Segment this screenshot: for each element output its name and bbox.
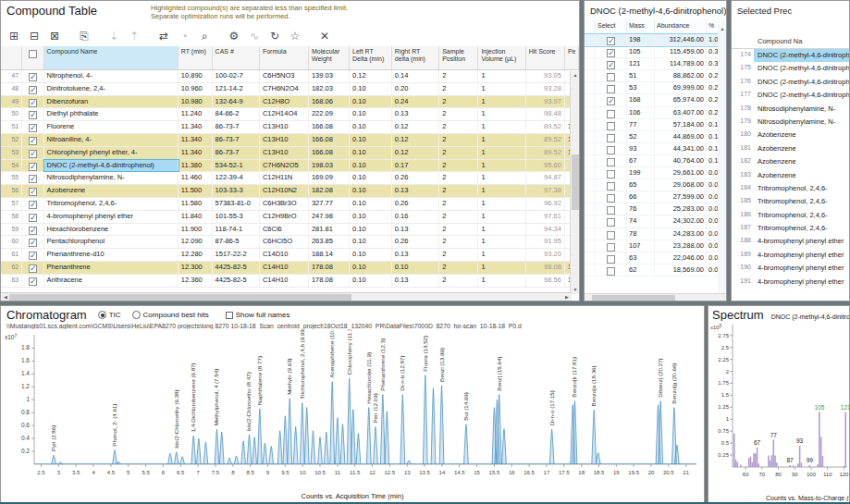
table-row[interactable]: 60Pentachlorophenol12.09087-86-5C6HCl5O2… (1, 236, 579, 249)
mass-row[interactable]: 6740,764.000.13 (585, 155, 726, 167)
close-icon[interactable]: ✕ (315, 28, 334, 44)
row-checkbox[interactable] (29, 264, 37, 273)
row-checkbox[interactable] (29, 175, 37, 183)
row-checkbox[interactable] (29, 124, 37, 132)
table-row[interactable]: 61Phenanthrene-d1012.2801517-22-2C14D101… (1, 249, 579, 262)
column-header[interactable]: Pe (565, 46, 579, 69)
row-checkbox[interactable] (29, 252, 37, 260)
mass-checkbox-cell[interactable] (596, 203, 627, 215)
mass-checkbox[interactable] (607, 194, 615, 203)
row-checkbox-cell[interactable] (22, 70, 43, 82)
column-header[interactable]: CAS # (213, 46, 260, 69)
row-checkbox-cell[interactable] (22, 121, 43, 133)
row-checkbox-cell[interactable] (22, 249, 43, 261)
table-row[interactable]: 49Dibenzofuran10.980132-64-9C12H8O168.06… (1, 96, 579, 109)
row-checkbox[interactable] (29, 99, 37, 107)
mass-row[interactable]: 6529,068.000.09 (585, 179, 726, 191)
scroll-right-icon[interactable]: ▶ (562, 293, 572, 301)
precursor-row[interactable]: 1884-bromophenyl phenyl ether (732, 235, 849, 248)
table-row[interactable]: 55Nitrosodiphenylamine, N-11.460122-39-4… (1, 172, 579, 185)
table-row[interactable]: 51Fluorene11.34086-73-7C13H10166.080.100… (1, 121, 579, 134)
mass-row[interactable]: 6627,599.000.09 (585, 191, 726, 203)
mass-row[interactable]: 19929,661.000.09 (585, 167, 726, 179)
dnoc-column-header[interactable] (585, 19, 596, 33)
row-checkbox[interactable] (29, 163, 37, 171)
mass-checkbox-cell[interactable] (596, 228, 627, 240)
mass-checkbox[interactable] (607, 97, 615, 105)
mass-checkbox-cell[interactable] (596, 191, 627, 203)
row-checkbox[interactable] (29, 239, 37, 247)
delete-row-icon[interactable]: ⊠ (45, 28, 64, 44)
precursor-row[interactable]: 186Tribromophenol, 2,4,6- (732, 209, 849, 222)
column-header[interactable]: Injection Volume (µL) (478, 46, 525, 69)
column-header[interactable]: Compound Name (44, 46, 179, 69)
show-full-names-label[interactable]: Show full names (236, 311, 290, 319)
row-checkbox-cell[interactable] (22, 134, 43, 146)
table-row[interactable]: 56Azobenzene11.500103-33-3C12H10N2182.08… (1, 185, 579, 198)
mass-checkbox-cell[interactable] (596, 264, 627, 276)
mass-checkbox[interactable] (607, 170, 615, 178)
mass-checkbox[interactable] (607, 218, 615, 227)
column-header[interactable]: Formula (260, 46, 309, 69)
mass-checkbox-cell[interactable] (596, 240, 627, 252)
column-header[interactable]: RT (min) (179, 46, 213, 69)
row-checkbox[interactable] (29, 86, 37, 94)
row-checkbox[interactable] (29, 214, 37, 222)
row-checkbox-cell[interactable] (22, 236, 43, 248)
find-compound-icon[interactable]: ⌕ (195, 28, 214, 44)
dnoc-column-header[interactable]: Select (596, 19, 627, 33)
precursor-row[interactable]: 180Azobenzene (732, 129, 849, 141)
tic-radio[interactable] (98, 311, 106, 319)
tic-radio-label[interactable]: TIC (109, 311, 121, 319)
mass-checkbox[interactable] (607, 61, 615, 69)
precursor-row[interactable]: 174DNOC (2-methyl-4,6-dinitrophenol) (732, 49, 849, 62)
mass-checkbox[interactable] (607, 243, 615, 252)
mass-checkbox[interactable] (607, 146, 615, 154)
mass-checkbox-cell[interactable] (596, 82, 627, 93)
mass-row[interactable]: 5244,869.000.14 (585, 131, 726, 143)
dnoc-vertical-scrollbar[interactable]: ▲ (718, 25, 726, 293)
table-row[interactable]: 50Diethyl phthalate11.24084-66-2C12H14O4… (1, 108, 579, 121)
precursor-row[interactable]: 179Nitrosodiphenylamine, N- (732, 116, 849, 129)
row-checkbox[interactable] (29, 277, 37, 286)
row-checkbox[interactable] (29, 227, 37, 235)
scrollbar-thumb[interactable] (592, 295, 675, 301)
row-checkbox-cell[interactable] (22, 83, 43, 95)
compound-table-horizontal-scrollbar[interactable]: ◀ ▶ (1, 292, 572, 301)
mass-checkbox[interactable] (607, 49, 615, 57)
refresh-icon[interactable]: ↻ (265, 28, 284, 44)
favorite-star-icon[interactable]: ☆ (286, 28, 304, 44)
table-row[interactable]: 62Phenanthrene12.3004425-82-5C14H10178.0… (1, 262, 579, 275)
row-checkbox-cell[interactable] (22, 262, 43, 274)
row-checkbox-cell[interactable] (22, 172, 43, 184)
precursor-row[interactable]: 181Azobenzene (732, 142, 849, 155)
precursor-row[interactable]: 178Nitrosodiphenylamine, N- (732, 103, 849, 116)
compound-best-hits-radio[interactable] (132, 311, 141, 319)
settings-gear-icon[interactable]: ⚙ (225, 28, 243, 44)
table-row[interactable]: 584-bromophenyl phenyl ether11.840101-55… (1, 211, 579, 224)
mass-row[interactable]: 10663,407.000.20 (585, 107, 726, 119)
table-row[interactable]: 53Chlorophenyl phenyl ether, 4-11.34086-… (1, 147, 579, 160)
column-header[interactable] (1, 46, 22, 69)
compound-best-hits-label[interactable]: Compound best hits (143, 311, 209, 319)
add-row-icon[interactable]: ⊟ (25, 28, 43, 44)
mass-checkbox-cell[interactable] (596, 167, 627, 178)
mass-checkbox-cell[interactable] (596, 46, 627, 57)
spectrum-plot[interactable]: x1050.250.50.7511.251.51.7522.252.52.756… (708, 321, 849, 491)
mass-checkbox[interactable] (607, 182, 615, 191)
select-all-checkbox[interactable] (29, 50, 37, 58)
table-row[interactable]: 57Tribromophenol, 2,4,6-11.58057383-81-0… (1, 198, 579, 211)
mass-checkbox[interactable] (607, 206, 615, 215)
mass-row[interactable]: 105115,459.000.37 (585, 46, 726, 58)
row-checkbox[interactable] (29, 137, 37, 145)
row-checkbox-cell[interactable] (22, 185, 43, 197)
precursor-row[interactable]: 1904-bromophenyl phenyl ether (732, 262, 849, 275)
column-header[interactable]: Left RT Delta (min) (350, 46, 392, 69)
precursor-row[interactable]: 175DNOC (2-methyl-4,6-dinitrophenol) (732, 62, 849, 75)
row-checkbox-cell[interactable] (22, 147, 43, 159)
dnoc-horizontal-scrollbar[interactable] (585, 293, 727, 301)
chromatogram-plot[interactable]: x1070.20.40.60.811.21.41.61.82.533.544.5… (1, 329, 704, 488)
mass-checkbox-cell[interactable] (596, 119, 627, 130)
row-checkbox-cell[interactable] (22, 108, 43, 120)
mass-row[interactable]: 9344,341.000.14 (585, 143, 726, 155)
